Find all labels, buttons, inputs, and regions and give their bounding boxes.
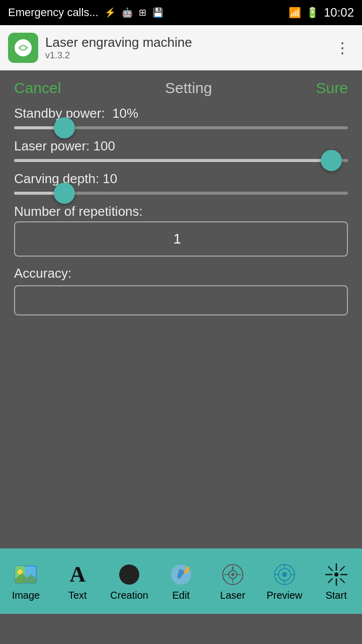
svg-line-54 <box>340 567 344 571</box>
nav-item-start[interactable]: Start <box>310 557 362 605</box>
time-display: 10:02 <box>324 6 354 20</box>
edit-icon <box>168 561 194 588</box>
nav-item-text[interactable]: A Text <box>52 557 104 605</box>
carving-label-text: Carving depth: <box>14 171 99 186</box>
standby-value: 10% <box>112 106 138 121</box>
nav-item-image[interactable]: Image <box>0 557 52 605</box>
app-icon <box>8 33 38 63</box>
save-icon: 💾 <box>152 7 163 18</box>
carving-depth-slider[interactable] <box>14 192 348 195</box>
sure-button[interactable]: Sure <box>316 79 348 97</box>
image-icon <box>13 561 39 588</box>
bottom-nav: Image A Text Creation Edit <box>0 548 362 614</box>
svg-point-31 <box>119 565 139 585</box>
svg-point-56 <box>334 573 338 577</box>
text-label: Text <box>68 590 87 601</box>
svg-point-36 <box>231 573 234 576</box>
android-icon: 🤖 <box>122 7 133 18</box>
svg-point-43 <box>282 572 287 577</box>
app-version: v1.3.2 <box>45 50 331 61</box>
laser-power-row: Laser power: 100 <box>14 138 348 162</box>
text-icon: A <box>64 561 90 588</box>
start-icon <box>323 561 349 588</box>
overflow-menu-button[interactable]: ⋮ <box>331 35 354 60</box>
carving-value: 10 <box>103 171 117 186</box>
carving-depth-row: Carving depth: 10 <box>14 171 348 195</box>
laser-power-label: Laser power: 100 <box>14 138 348 154</box>
svg-line-55 <box>328 579 332 583</box>
standby-power-slider[interactable] <box>14 126 348 129</box>
creation-label: Creation <box>110 590 148 601</box>
status-bar: Emergency calls... ⚡ 🤖 ⊞ 💾 📶 🔋 10:02 <box>0 0 362 25</box>
carving-slider-thumb[interactable] <box>54 183 75 204</box>
app-title-block: Laser engraving machine v1.3.2 <box>45 35 331 61</box>
laser-slider-thumb[interactable] <box>321 150 342 171</box>
accuracy-row: Accuracy: <box>14 266 348 315</box>
edit-label: Edit <box>172 590 190 601</box>
laser-label: Laser <box>220 590 245 601</box>
app-title: Laser engraving machine <box>45 35 331 50</box>
svg-line-52 <box>328 567 332 571</box>
laser-slider-fill <box>14 159 331 162</box>
usb-icon: ⚡ <box>105 7 116 18</box>
laser-power-slider[interactable] <box>14 159 348 162</box>
accuracy-input[interactable] <box>14 285 348 315</box>
repetitions-label: Number of repetitions: <box>14 204 348 219</box>
settings-title: Setting <box>165 79 212 97</box>
settings-content: Standby power: 10% Laser power: 100 Carv… <box>0 106 362 330</box>
standby-slider-thumb[interactable] <box>54 117 75 138</box>
image-label: Image <box>12 590 40 601</box>
carrier-text: Emergency calls... <box>8 6 99 19</box>
cancel-button[interactable]: Cancel <box>14 79 61 97</box>
settings-header: Cancel Setting Sure <box>0 70 362 106</box>
start-label: Start <box>325 590 346 601</box>
nav-item-preview[interactable]: Preview <box>258 557 310 605</box>
laser-value: 100 <box>94 138 115 153</box>
app-header: Laser engraving machine v1.3.2 ⋮ <box>0 25 362 70</box>
preview-label: Preview <box>266 590 302 601</box>
nav-item-laser[interactable]: Laser <box>207 557 258 605</box>
nav-item-creation[interactable]: Creation <box>104 557 155 605</box>
wifi-icon: 📶 <box>289 7 301 19</box>
preview-icon <box>272 561 298 588</box>
laser-icon <box>220 561 246 588</box>
laser-label-text: Laser power: <box>14 138 89 153</box>
svg-line-53 <box>340 579 344 583</box>
battery-icon: 🔋 <box>306 7 319 19</box>
nav-item-edit[interactable]: Edit <box>155 557 207 605</box>
creation-icon <box>116 561 142 588</box>
svg-point-33 <box>186 567 189 570</box>
repetitions-input[interactable] <box>14 221 348 257</box>
standby-power-row: Standby power: 10% <box>14 106 348 129</box>
screenshot-icon: ⊞ <box>139 7 146 18</box>
accuracy-label: Accuracy: <box>14 266 348 281</box>
repetitions-row: Number of repetitions: <box>14 204 348 262</box>
